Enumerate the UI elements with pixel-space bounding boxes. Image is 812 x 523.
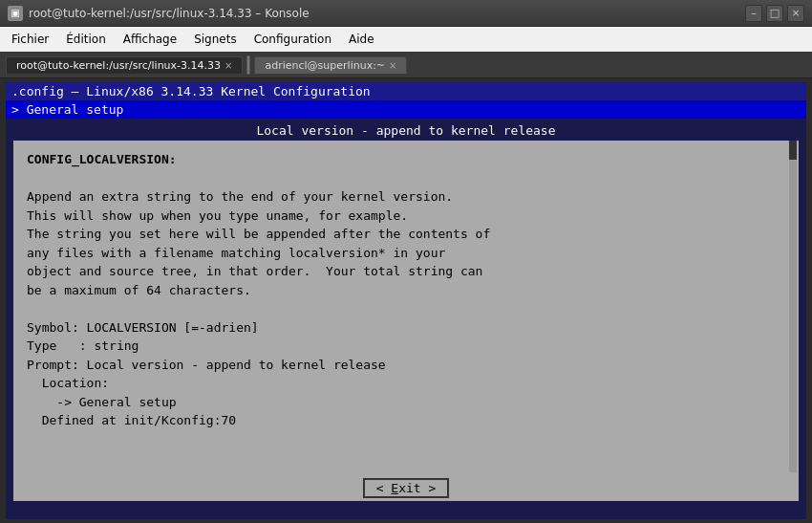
menu-aide[interactable]: Aide — [341, 31, 382, 48]
tab-1-close[interactable]: × — [389, 60, 396, 71]
dialog-outer: Local version - append to kernel release… — [6, 119, 806, 513]
exit-button[interactable]: < Exit > — [363, 478, 450, 498]
tab-0[interactable]: root@tuto-kernel:/usr/src/linux-3.14.33 … — [6, 56, 243, 74]
tab-0-label: root@tuto-kernel:/usr/src/linux-3.14.33 — [16, 59, 221, 72]
menu-affichage[interactable]: Affichage — [116, 31, 184, 48]
dialog-title: Local version - append to kernel release — [13, 122, 799, 141]
scrollbar-thumb[interactable] — [789, 141, 797, 160]
menu-edition[interactable]: Édition — [58, 31, 114, 48]
terminal[interactable]: .config – Linux/x86 3.14.33 Kernel Confi… — [6, 82, 806, 519]
breadcrumb-line1: .config – Linux/x86 3.14.33 Kernel Confi… — [6, 82, 806, 100]
window-title: root@tuto-kernel:/usr/src/linux-3.14.33 … — [29, 7, 310, 20]
tab-1[interactable]: adriencl@superlinux:~ × — [254, 56, 407, 74]
title-bar-left: ▣ root@tuto-kernel:/usr/src/linux-3.14.3… — [8, 6, 310, 21]
scrollbar-track[interactable] — [789, 141, 797, 472]
window-controls: – □ × — [745, 5, 804, 22]
terminal-icon: ▣ — [8, 6, 23, 21]
tab-0-close[interactable]: × — [224, 60, 232, 71]
dialog-content: CONFIG_LOCALVERSION: Append an extra str… — [27, 150, 785, 440]
menu-fichier[interactable]: Fichier — [4, 31, 56, 48]
content-heading: CONFIG_LOCALVERSION: — [27, 150, 785, 169]
terminal-wrapper: .config – Linux/x86 3.14.33 Kernel Confi… — [0, 78, 812, 523]
breadcrumb-line2: > General setup — [6, 100, 806, 119]
maximize-button[interactable]: □ — [766, 5, 783, 22]
title-bar: ▣ root@tuto-kernel:/usr/src/linux-3.14.3… — [0, 0, 812, 27]
dialog-box[interactable]: CONFIG_LOCALVERSION: Append an extra str… — [13, 141, 799, 501]
menu-configuration[interactable]: Configuration — [246, 31, 339, 48]
minimize-button[interactable]: – — [745, 5, 762, 22]
tabs-bar: root@tuto-kernel:/usr/src/linux-3.14.33 … — [0, 52, 812, 78]
tab-1-label: adriencl@superlinux:~ — [265, 59, 385, 72]
menu-signets[interactable]: Signets — [186, 31, 245, 48]
menu-bar: Fichier Édition Affichage Signets Config… — [0, 27, 812, 52]
content-body: Append an extra string to the end of you… — [27, 169, 785, 430]
close-button[interactable]: × — [787, 5, 804, 22]
exit-bar: < Exit > — [13, 474, 799, 501]
exit-label-underline: E — [391, 481, 398, 495]
